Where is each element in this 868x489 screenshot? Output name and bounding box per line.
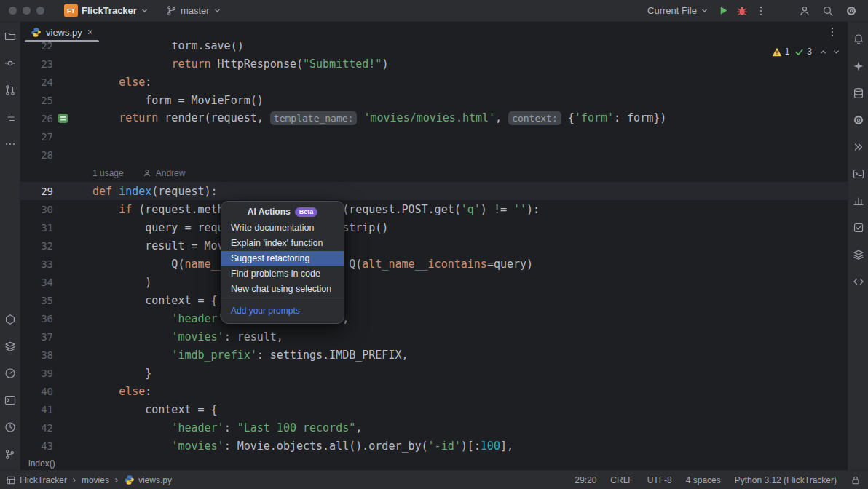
gutter[interactable]	[53, 73, 92, 91]
popup-item[interactable]: Explain 'index' function	[221, 236, 344, 251]
gutter[interactable]	[53, 109, 92, 127]
database-icon[interactable]	[850, 84, 867, 102]
popup-item[interactable]: Find problems in code	[221, 266, 344, 282]
gutter[interactable]	[53, 146, 92, 164]
code-line[interactable]: 43 'movies': Movie.objects.all().order_b…	[20, 437, 848, 455]
previous-problem-icon[interactable]	[819, 48, 827, 56]
line-number[interactable]: 42	[20, 422, 53, 434]
code-line[interactable]: 38 'imdb_prefix': settings.IMDB_PREFIX,	[20, 346, 848, 364]
popup-item[interactable]: Suggest refactoring	[221, 251, 344, 266]
window-controls[interactable]	[9, 7, 44, 15]
branch-widget[interactable]: master	[161, 3, 226, 18]
gutter[interactable]	[53, 291, 92, 309]
code-line[interactable]: 39 }	[20, 364, 848, 382]
gutter[interactable]	[53, 127, 92, 146]
statusbar-path-folder[interactable]: movies	[82, 475, 109, 485]
code-line[interactable]: 36 'header': "Search results",	[20, 309, 848, 327]
author-hint[interactable]: Andrew	[156, 168, 186, 178]
structure-icon[interactable]	[1, 108, 19, 126]
close-window-icon[interactable]	[9, 7, 17, 15]
code-line[interactable]: 24 else:	[20, 73, 848, 91]
line-number[interactable]: 38	[20, 349, 53, 361]
editor[interactable]: 1 3 22 form.save()23 return HttpResponse…	[20, 42, 848, 456]
line-number[interactable]: 29	[20, 186, 53, 197]
line-number[interactable]: 35	[20, 295, 53, 306]
branch-icon[interactable]	[1, 445, 19, 463]
inlay-hint[interactable]: template_name:	[270, 111, 358, 125]
code-line[interactable]: 30 if (request.method == 'POST') and (re…	[20, 200, 848, 218]
gear-icon[interactable]	[850, 111, 867, 129]
tab-options-button[interactable]	[823, 23, 842, 41]
gutter[interactable]	[53, 42, 92, 55]
gutter-change-icon[interactable]	[58, 114, 68, 123]
gutter[interactable]	[53, 418, 92, 437]
next-problem-icon[interactable]	[832, 48, 840, 56]
code-line[interactable]: 23 return HttpResponse("Submitted!")	[20, 55, 848, 73]
double-chevron-icon[interactable]	[850, 138, 867, 156]
lock-icon[interactable]	[851, 475, 861, 485]
gutter[interactable]	[53, 309, 92, 327]
terminal-icon[interactable]	[850, 165, 867, 183]
debug-button[interactable]	[733, 2, 751, 20]
gutter[interactable]	[53, 437, 92, 455]
gutter[interactable]	[53, 255, 92, 273]
code-line[interactable]: 29def index(request):	[20, 182, 848, 200]
code-line[interactable]: 28	[20, 146, 848, 164]
more-actions-button[interactable]	[751, 2, 770, 20]
more-icon[interactable]	[1, 135, 19, 153]
run-configuration-selector[interactable]: Current File	[642, 3, 714, 18]
gutter[interactable]	[53, 273, 92, 291]
caret-position-widget[interactable]: 29:20	[575, 475, 596, 485]
pull-request-icon[interactable]	[1, 82, 19, 99]
tab-views-py[interactable]: views.py ×	[23, 22, 100, 42]
terminal-icon[interactable]	[1, 391, 19, 409]
code-line[interactable]: 40 else:	[20, 382, 848, 400]
interpreter-widget[interactable]: Python 3.12 (FlickTracker)	[735, 475, 837, 485]
line-number[interactable]: 43	[20, 440, 53, 452]
statusbar-path-project[interactable]: FlickTracker	[20, 475, 67, 485]
code-line[interactable]: 22 form.save()	[20, 42, 848, 55]
code-line[interactable]: 25 form = MovieForm()	[20, 91, 848, 109]
project-window-icon[interactable]	[6, 475, 16, 485]
gutter[interactable]	[53, 91, 92, 109]
code-icon[interactable]	[850, 273, 867, 290]
line-number[interactable]: 40	[20, 386, 53, 397]
line-separator-widget[interactable]: CRLF	[610, 475, 633, 485]
clock-icon[interactable]	[1, 418, 19, 436]
encoding-widget[interactable]: UTF-8	[647, 475, 672, 485]
inspections-widget[interactable]: 1 3	[772, 47, 840, 57]
code-line[interactable]: 26 return render(request, template_name:…	[20, 109, 848, 127]
line-number[interactable]: 30	[20, 204, 53, 215]
line-number[interactable]: 39	[20, 367, 53, 379]
gutter[interactable]	[53, 327, 92, 346]
code-with-me-button[interactable]	[795, 2, 814, 20]
ai-star-icon[interactable]	[850, 57, 867, 75]
breadcrumb-element[interactable]: index()	[28, 458, 55, 469]
popup-item[interactable]: New chat using selection	[221, 282, 344, 297]
add-your-prompts-link[interactable]: Add your prompts	[221, 301, 344, 322]
code-line[interactable]: 27	[20, 127, 848, 146]
line-number[interactable]: 27	[20, 131, 53, 143]
usages-hint[interactable]: 1 usage	[92, 168, 124, 178]
gutter[interactable]	[53, 364, 92, 382]
search-everywhere-button[interactable]	[818, 2, 837, 20]
gutter[interactable]	[53, 182, 92, 200]
line-number[interactable]: 22	[20, 42, 53, 52]
layers-icon[interactable]	[1, 338, 19, 355]
line-number[interactable]: 41	[20, 404, 53, 416]
gutter[interactable]	[53, 382, 92, 400]
gutter[interactable]	[53, 55, 92, 73]
project-widget[interactable]: FT FlickTracker	[59, 1, 154, 20]
line-number[interactable]: 33	[20, 258, 53, 270]
line-number[interactable]: 34	[20, 277, 53, 288]
popup-item[interactable]: Write documentation	[221, 220, 344, 236]
line-number[interactable]: 31	[20, 222, 53, 234]
line-number[interactable]: 23	[20, 58, 53, 70]
todo-icon[interactable]	[850, 219, 867, 236]
minimize-window-icon[interactable]	[23, 7, 31, 15]
line-number[interactable]: 36	[20, 313, 53, 325]
run-button[interactable]	[714, 2, 733, 20]
code-line[interactable]: 32 result = Movie.objects.filter(	[20, 236, 848, 255]
line-number[interactable]: 32	[20, 240, 53, 252]
code-line[interactable]: 37 'movies': result,	[20, 327, 848, 346]
